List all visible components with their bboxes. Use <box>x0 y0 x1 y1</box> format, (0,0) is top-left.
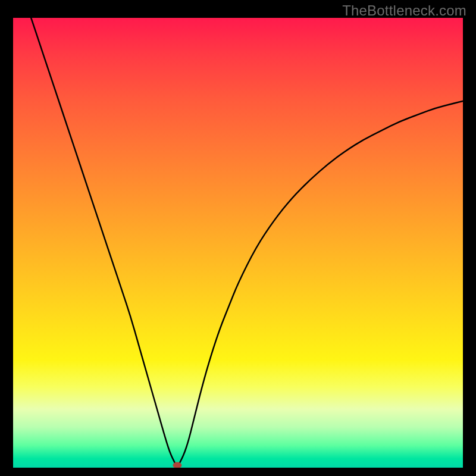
minimum-marker <box>173 462 181 468</box>
chart-container: TheBottleneck.com <box>0 0 476 476</box>
curve-layer <box>13 18 463 468</box>
watermark-text: TheBottleneck.com <box>342 2 466 19</box>
curve-right-branch <box>177 101 463 468</box>
curve-left-branch <box>31 18 177 468</box>
plot-area <box>13 18 463 468</box>
